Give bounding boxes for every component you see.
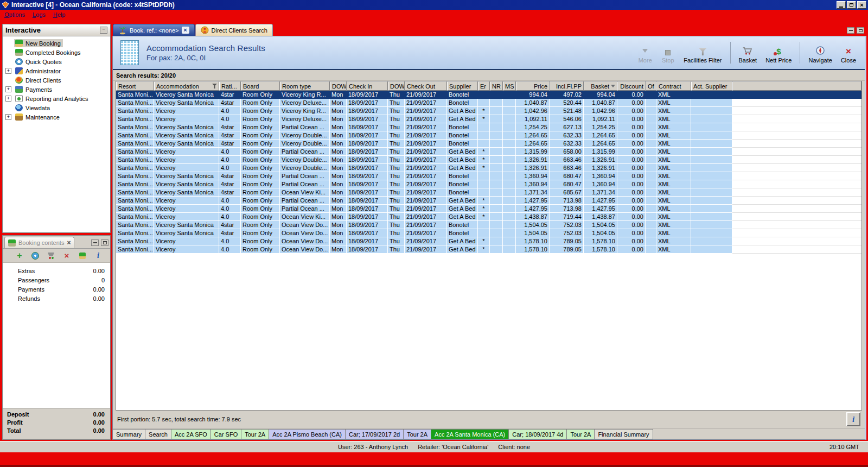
column-header[interactable]: DOW	[330, 81, 347, 91]
itinerary-tab[interactable]: Summary	[113, 429, 145, 439]
column-header[interactable]: Contract	[656, 81, 691, 91]
itinerary-tab[interactable]: Acc 2A Pismo Beach (CA)	[269, 429, 346, 439]
sidebar-item[interactable]: + Maintenance	[3, 112, 110, 122]
sidebar-item[interactable]: + Reporting and Analytics	[3, 94, 110, 103]
expand-icon[interactable]: +	[5, 96, 11, 102]
column-header[interactable]: Price	[516, 81, 550, 91]
column-header[interactable]: MS	[503, 81, 516, 91]
sidebar-item[interactable]: + Payments	[3, 85, 110, 94]
sidebar-item[interactable]: + New Booking	[3, 39, 110, 48]
result-cell	[691, 229, 732, 237]
column-header[interactable]: Incl.Fl.PP	[550, 81, 584, 91]
column-header[interactable]: DOW	[388, 81, 405, 91]
itinerary-tab[interactable]: Tour 2A	[567, 429, 595, 439]
result-row[interactable]: Santa Moni...Viceroy Santa Monica4starRo…	[116, 221, 861, 229]
restore-button[interactable]	[847, 1, 856, 9]
result-row[interactable]: Santa Moni...Viceroy4.0Room OnlyViceroy …	[116, 107, 861, 115]
result-row[interactable]: Santa Moni...Viceroy4.0Room OnlyViceroy …	[116, 115, 861, 123]
navigate-button[interactable]: Navigate	[805, 41, 835, 65]
column-header[interactable]: Room type	[280, 81, 330, 91]
result-row[interactable]: Santa Moni...Viceroy Santa Monica4starRo…	[116, 229, 861, 237]
itinerary-tab[interactable]: Car; 18/09/2017 4d	[509, 429, 567, 439]
more-button[interactable]: More	[635, 41, 655, 65]
sidebar-item[interactable]: + Direct Clients	[3, 75, 110, 85]
itinerary-tab[interactable]: Acc 2A SFO	[171, 429, 211, 439]
booking-toolbar-button[interactable]	[15, 251, 24, 260]
result-row[interactable]: Santa Moni...Viceroy4.0Room OnlyPartial …	[116, 205, 861, 213]
panel-minimize-button[interactable]	[91, 239, 99, 246]
expand-icon[interactable]: +	[5, 68, 11, 74]
column-header[interactable]: Rati...	[219, 81, 241, 91]
column-header[interactable]: Check In	[347, 81, 388, 91]
result-row[interactable]: Santa Moni...Viceroy Santa Monica4starRo…	[116, 140, 861, 148]
booking-toolbar-button[interactable]	[62, 251, 71, 260]
basket-button[interactable]: Basket	[736, 41, 761, 65]
column-filter-icon[interactable]	[212, 84, 217, 89]
result-row[interactable]: Santa Moni...Viceroy4.0Room OnlyViceroy …	[116, 156, 861, 164]
result-cell	[503, 188, 516, 197]
column-header[interactable]: NR	[490, 81, 503, 91]
column-header[interactable]: Discount	[617, 81, 646, 91]
itinerary-tab[interactable]: Financial Summary	[595, 429, 653, 439]
workspace-minimize-button[interactable]	[847, 27, 854, 34]
booking-row-value: 0.00	[93, 295, 105, 302]
result-row[interactable]: Santa Moni...Viceroy4.0Room OnlyOcean Vi…	[116, 213, 861, 221]
close-results-button[interactable]: × Close	[838, 41, 859, 65]
close-panel-icon[interactable]: ×	[67, 239, 71, 246]
itinerary-tab[interactable]: Acc 2A Santa Monica (CA)	[431, 429, 509, 439]
result-row[interactable]: Santa Moni...Viceroy4.0Room OnlyOcean Vi…	[116, 245, 861, 254]
sidebar-item[interactable]: + Completed Bookings	[3, 48, 110, 57]
menu-item[interactable]: Help	[53, 11, 66, 18]
booking-toolbar-button[interactable]	[47, 251, 55, 260]
collapse-panel-button[interactable]: –	[100, 27, 107, 34]
result-row[interactable]: Santa Moni...Viceroy Santa Monica4starRo…	[116, 188, 861, 197]
itinerary-tab[interactable]: Tour 2A	[404, 429, 431, 439]
column-header[interactable]: Of	[646, 81, 656, 91]
result-row[interactable]: Santa Moni...Viceroy4.0Room OnlyPartial …	[116, 197, 861, 205]
panel-maximize-button[interactable]	[101, 239, 108, 246]
sidebar-item[interactable]: + Quick Quotes	[3, 57, 110, 66]
column-header[interactable]: Accommodation	[154, 81, 219, 91]
stop-button[interactable]: Stop	[658, 41, 678, 65]
info-button[interactable]: i	[846, 412, 860, 426]
result-row[interactable]: Santa Moni...Viceroy4.0Room OnlyOcean Vi…	[116, 237, 861, 245]
column-header[interactable]: Check Out	[405, 81, 447, 91]
column-header[interactable]: Board	[241, 81, 280, 91]
column-header[interactable]: Act. Supplier	[691, 81, 732, 91]
itinerary-tab[interactable]: Car SFO	[211, 429, 241, 439]
result-row[interactable]: Santa Moni...Viceroy Santa Monica4starRo…	[116, 123, 861, 131]
itinerary-tab[interactable]: Tour 2A	[241, 429, 269, 439]
sidebar-item[interactable]: + Administrator	[3, 66, 110, 75]
nett-price-button[interactable]: $ Nett Price	[762, 41, 795, 65]
result-row[interactable]: Santa Moni...Viceroy Santa Monica4starRo…	[116, 99, 861, 107]
menu-item[interactable]: Options	[4, 11, 25, 18]
tab-direct-clients-search[interactable]: Direct Clients Search	[195, 24, 273, 36]
itinerary-tab[interactable]: Search	[145, 429, 171, 439]
minimize-button[interactable]	[837, 1, 846, 9]
sidebar-item[interactable]: + Viewdata	[3, 103, 110, 112]
column-header[interactable]: Resort	[116, 81, 154, 91]
facilities-filter-button[interactable]: Facilities Filter	[680, 41, 725, 65]
result-cell	[646, 107, 656, 115]
workspace-maximize-button[interactable]	[857, 27, 864, 34]
column-header[interactable]: Basket	[584, 81, 617, 91]
result-row[interactable]: Santa Moni...Viceroy Santa Monica4starRo…	[116, 180, 861, 188]
close-window-button[interactable]: ×	[857, 1, 866, 9]
result-row[interactable]: Santa Moni...Viceroy4.0Room OnlyViceroy …	[116, 164, 861, 172]
result-row[interactable]: Santa Moni...Viceroy Santa Monica4starRo…	[116, 172, 861, 180]
result-row[interactable]: Santa Moni...Viceroy Santa Monica4starRo…	[116, 91, 861, 99]
column-header[interactable]: Supplier	[447, 81, 478, 91]
itinerary-tab[interactable]: Car; 17/09/2017 2d	[346, 429, 404, 439]
booking-contents-tab[interactable]: Booking contents ×	[4, 237, 74, 248]
booking-toolbar-button[interactable]	[94, 251, 103, 260]
close-tab-icon[interactable]: ×	[182, 27, 189, 34]
result-row[interactable]: Santa Moni...Viceroy Santa Monica4starRo…	[116, 131, 861, 140]
expand-icon[interactable]: +	[5, 86, 11, 92]
booking-toolbar-button[interactable]	[78, 251, 87, 260]
tab-booking-ref[interactable]: Book. ref.: <none> ×	[113, 24, 195, 36]
expand-icon[interactable]: +	[5, 114, 11, 120]
result-row[interactable]: Santa Moni...Viceroy4.0Room OnlyPartial …	[116, 148, 861, 156]
menu-item[interactable]: Logs	[33, 11, 46, 18]
booking-toolbar-button[interactable]	[31, 251, 40, 260]
column-header[interactable]: Er	[478, 81, 490, 91]
